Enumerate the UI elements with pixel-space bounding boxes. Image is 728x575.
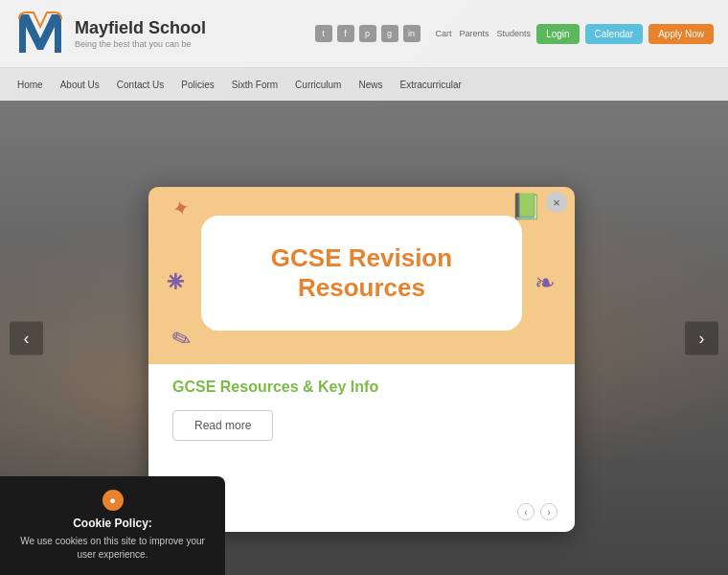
header-right: t f p g in Cart Parents Students Login C… bbox=[315, 24, 714, 44]
social-icons: t f p g in bbox=[315, 25, 421, 42]
school-tagline: Being the best that you can be bbox=[75, 39, 206, 49]
apply-button[interactable]: Apply Now bbox=[648, 24, 714, 44]
calendar-button[interactable]: Calendar bbox=[585, 24, 644, 44]
nav-contact[interactable]: Contact Us bbox=[109, 75, 171, 95]
modal-pagination: ‹ › bbox=[517, 503, 557, 520]
header: Mayfield School Being the best that you … bbox=[0, 0, 728, 67]
nav-curriculum[interactable]: Curriculum bbox=[287, 75, 349, 95]
pencil-decoration-icon: ✎ bbox=[169, 323, 195, 355]
star-decoration-icon: ✦ bbox=[170, 195, 193, 223]
parents-link[interactable]: Parents bbox=[460, 29, 489, 38]
twitter-icon[interactable]: t bbox=[315, 25, 332, 42]
nav-news[interactable]: News bbox=[351, 75, 390, 95]
cookie-title: Cookie Policy: bbox=[14, 517, 211, 530]
modal-subtitle: GCSE Resources & Key Info bbox=[172, 379, 556, 396]
header-links: Cart Parents Students bbox=[436, 29, 532, 38]
ribbon-decoration-icon: ⁕ bbox=[163, 264, 189, 300]
pinterest-icon[interactable]: p bbox=[359, 25, 376, 42]
nav-about[interactable]: About Us bbox=[53, 75, 107, 95]
cart-link[interactable]: Cart bbox=[436, 29, 452, 38]
google-icon[interactable]: g bbox=[381, 25, 398, 42]
linkedin-icon[interactable]: in bbox=[403, 25, 421, 42]
logo-area: Mayfield School Being the best that you … bbox=[14, 10, 206, 58]
cookie-banner: ● Cookie Policy: We use cookies on this … bbox=[0, 476, 225, 575]
logo-icon bbox=[14, 10, 67, 58]
login-button[interactable]: Login bbox=[536, 24, 579, 44]
cookie-icon: ● bbox=[102, 490, 124, 511]
nav-sixth-form[interactable]: Sixth Form bbox=[224, 75, 285, 95]
swirl-decoration-icon: ❧ bbox=[535, 268, 556, 298]
modal-next-button[interactable]: › bbox=[540, 503, 557, 520]
cookie-text: We use cookies on this site to improve y… bbox=[14, 535, 211, 562]
hero-prev-button[interactable]: ‹ bbox=[10, 321, 43, 355]
nav-extracurricular[interactable]: Extracurricular bbox=[392, 75, 468, 95]
modal-prev-button[interactable]: ‹ bbox=[517, 503, 535, 520]
school-name: Mayfield School bbox=[75, 18, 206, 39]
nav-policies[interactable]: Policies bbox=[173, 75, 221, 95]
students-link[interactable]: Students bbox=[497, 29, 532, 38]
book-decoration-icon: 📗 bbox=[511, 192, 541, 221]
facebook-icon[interactable]: f bbox=[337, 25, 354, 42]
modal-close-button[interactable]: × bbox=[546, 192, 567, 213]
nav-home[interactable]: Home bbox=[10, 75, 51, 95]
read-more-button[interactable]: Read more bbox=[172, 410, 273, 441]
hero-next-button[interactable]: › bbox=[685, 321, 718, 355]
modal-card-title: GCSE Revision Resources bbox=[216, 243, 508, 303]
navbar: Home About Us Contact Us Policies Sixth … bbox=[0, 67, 728, 101]
modal-card: GCSE Revision Resources bbox=[201, 216, 522, 331]
